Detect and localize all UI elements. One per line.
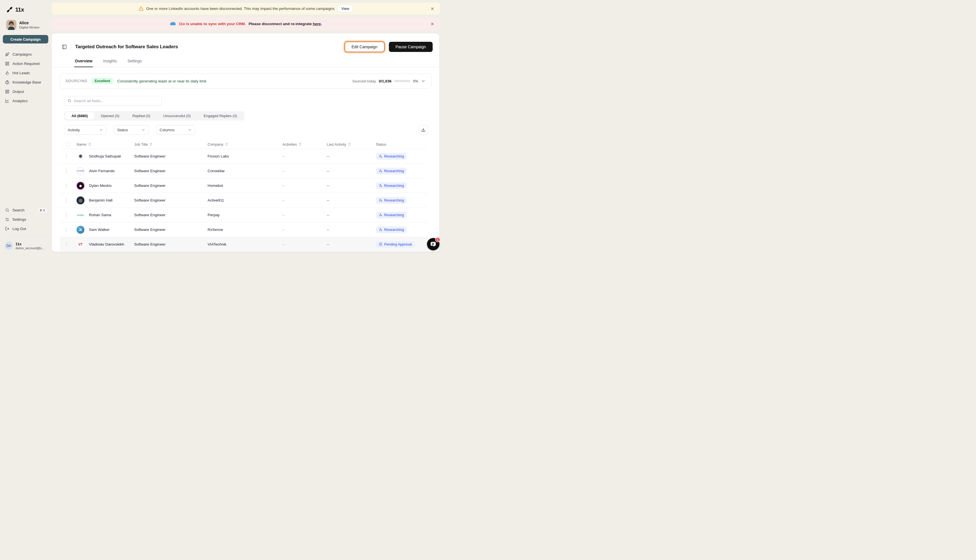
table-header: Name Job Title Company Activities Last A…	[60, 140, 428, 149]
status-badge[interactable]: Researching	[376, 212, 407, 218]
worker-role: Digital Worker	[19, 26, 40, 29]
sidebar-nav: Campaigns Action Required Hot Leads Know…	[3, 50, 48, 105]
table-row[interactable]: ✕ Sam Walker Software Engineer RxSense –…	[60, 222, 428, 237]
tab-insights[interactable]: Insights	[102, 58, 117, 67]
download-button[interactable]	[419, 125, 428, 135]
lead-last-activity: --	[327, 183, 376, 188]
select-all-checkbox[interactable]	[66, 142, 70, 147]
sidebar-item-label: Output	[12, 90, 24, 94]
column-header-last-activity[interactable]: Last Activity	[327, 142, 376, 147]
row-checkbox[interactable]	[66, 198, 67, 203]
here-link[interactable]: here	[313, 22, 321, 26]
account-switcher[interactable]: DA 11x demo_account@s...	[3, 239, 48, 251]
table-row[interactable]: perpay Rohan Sama Software Engineer Perp…	[60, 207, 428, 222]
lead-filter-tabs: All (6880) Opened (0) Replied (0) Unsucc…	[64, 111, 245, 120]
account-name: 11x	[15, 242, 44, 246]
row-checkbox[interactable]	[66, 227, 67, 232]
sourced-today-label: Sourced today	[352, 79, 376, 83]
edit-campaign-button[interactable]: Edit Campaign	[345, 42, 384, 52]
sidebar-item-label: Search	[12, 208, 25, 212]
table-row[interactable]: ◎ Benjamin Hall Software Engineer Active…	[60, 193, 428, 207]
panel-toggle-icon[interactable]	[62, 44, 67, 49]
row-avatar: VT	[77, 240, 84, 248]
chart-line-icon	[5, 99, 9, 103]
status-badge[interactable]: Researching	[376, 197, 407, 204]
sidebar-item-action-required[interactable]: Action Required	[3, 59, 48, 68]
tab-settings[interactable]: Settings	[127, 58, 143, 67]
notification-badge: 1	[435, 237, 440, 242]
leads-table: Name Job Title Company Activities Last A…	[60, 140, 428, 252]
status-badge[interactable]: Researching	[376, 153, 407, 160]
sidebar-footer: Search ⌘ K Settings Log Out DA 11x demo_…	[3, 205, 48, 251]
table-row[interactable]: ⚛ Sindhuja Sathupati Software Engineer F…	[60, 149, 428, 163]
sidebar-item-label: Log Out	[12, 227, 26, 231]
chat-widget-button[interactable]: 1	[427, 238, 439, 250]
row-checkbox[interactable]	[66, 242, 67, 247]
filter-tab-all[interactable]: All (6880)	[65, 112, 94, 120]
status-label: Researching	[384, 169, 404, 173]
filter-tab-opened[interactable]: Opened (0)	[94, 112, 126, 120]
lead-company: RxSense	[208, 228, 282, 232]
row-checkbox[interactable]	[66, 183, 67, 188]
filter-tab-engaged-replies[interactable]: Engaged Replies (0)	[197, 112, 244, 120]
chevron-down-icon[interactable]	[421, 79, 425, 83]
sidebar-item-search[interactable]: Search ⌘ K	[3, 205, 48, 215]
sidebar-item-hot-leads[interactable]: Hot Leads	[3, 68, 48, 78]
digital-worker-profile: Alice Digital Worker	[6, 20, 48, 30]
lead-job-title: Software Engineer	[134, 213, 208, 217]
status-label: Researching	[384, 213, 404, 217]
11x-logo-icon	[6, 6, 13, 13]
user-search-icon	[379, 198, 382, 202]
dashboard-icon	[5, 62, 9, 66]
columns-dropdown[interactable]: Columns	[156, 125, 195, 135]
lead-name: Alvin Fernando	[89, 169, 134, 173]
table-row[interactable]: constellar Alvin Fernando Software Engin…	[60, 163, 428, 178]
search-icon	[5, 208, 9, 212]
chevron-down-icon	[188, 128, 192, 132]
filter-tab-unsuccessful[interactable]: Unsuccessful (0)	[157, 112, 197, 120]
sort-icon	[225, 143, 228, 146]
tab-overview[interactable]: Overview	[74, 58, 93, 67]
column-header-name[interactable]: Name	[74, 142, 134, 147]
dropdown-label: Activity	[68, 128, 80, 132]
sourcing-percent: 0%	[413, 79, 418, 83]
search-field	[64, 96, 162, 105]
pause-campaign-button[interactable]: Pause Campaign	[389, 42, 433, 52]
row-checkbox[interactable]	[66, 213, 67, 217]
filter-tab-replied[interactable]: Replied (0)	[126, 112, 157, 120]
sidebar-item-output[interactable]: Output	[3, 87, 48, 96]
sidebar-item-knowledge-base[interactable]: Knowledge Base	[3, 78, 48, 87]
column-header-activities[interactable]: Activities	[282, 142, 327, 147]
column-header-status: Status	[376, 142, 428, 147]
activity-dropdown[interactable]: Activity	[64, 125, 107, 135]
status-badge[interactable]: Researching	[376, 168, 407, 175]
table-row[interactable]: VT Vladislav Darovskikh Software Enginee…	[60, 237, 428, 252]
status-badge[interactable]: Researching	[376, 182, 407, 189]
status-badge[interactable]: Pending Approval	[376, 241, 415, 248]
sidebar-item-analytics[interactable]: Analytics	[3, 96, 48, 105]
sidebar-item-label: Hot Leads	[12, 71, 30, 75]
lead-activities: –	[282, 228, 327, 232]
lead-company: Fission Labs	[208, 154, 282, 158]
status-dropdown[interactable]: Status	[113, 125, 149, 135]
user-search-icon	[379, 228, 382, 232]
close-icon[interactable]	[429, 21, 435, 27]
sidebar-item-campaigns[interactable]: Campaigns	[3, 50, 48, 59]
row-checkbox[interactable]	[66, 168, 67, 173]
download-icon	[421, 128, 425, 132]
sidebar-item-logout[interactable]: Log Out	[3, 224, 48, 233]
search-input[interactable]	[74, 99, 158, 103]
crm-alert-text: 11x is unable to sync with your CRM.	[179, 22, 246, 26]
table-row[interactable]: ☻ Dylan Meskis Software Engineer Homebot…	[60, 178, 428, 193]
status-badge[interactable]: Researching	[376, 227, 407, 233]
create-campaign-button[interactable]: Create Campaign	[3, 35, 48, 43]
column-header-company[interactable]: Company	[208, 142, 282, 147]
sidebar-item-settings[interactable]: Settings	[3, 215, 48, 224]
lead-activities: –	[282, 242, 327, 247]
column-header-job-title[interactable]: Job Title	[134, 142, 208, 147]
sidebar-item-label: Analytics	[12, 99, 28, 103]
row-checkbox[interactable]	[66, 154, 67, 158]
close-icon[interactable]	[429, 6, 435, 12]
view-button[interactable]: View	[337, 5, 353, 12]
brand-name: 11x	[15, 7, 24, 13]
